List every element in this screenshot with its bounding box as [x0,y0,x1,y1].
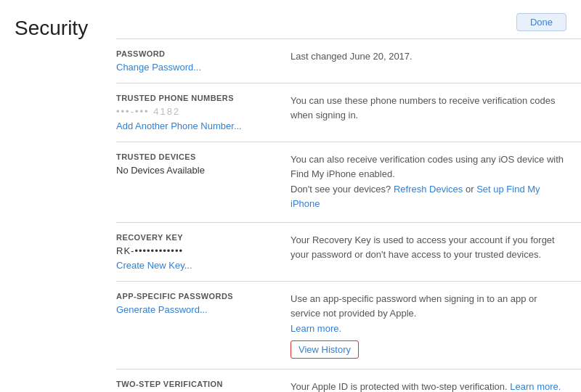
recovery-key-value: RK-•••••••••••• [116,245,276,256]
no-devices-value: No Devices Available [116,165,276,176]
page-title: Security [15,16,102,41]
two-step-description-text: Your Apple ID is protected with two-step… [290,381,510,392]
section-right-devices: You can also receive verification codes … [290,152,566,212]
section-left-recovery: RECOVERY KEY RK-•••••••••••• Create New … [116,233,290,271]
section-trusted-devices: TRUSTED DEVICES No Devices Available You… [116,142,581,222]
refresh-devices-link[interactable]: Refresh Devices [394,184,463,195]
generate-password-link[interactable]: Generate Password... [116,304,208,315]
section-recovery-key: RECOVERY KEY RK-•••••••••••• Create New … [116,222,581,281]
section-right-phone: You can use these phone numbers to recei… [290,94,566,131]
two-step-learn-more-link[interactable]: Learn more. [510,381,561,392]
two-step-label: TWO-STEP VERIFICATION [116,380,276,388]
section-left-app-specific: APP-SPECIFIC PASSWORDS Generate Password… [116,292,290,359]
recovery-key-label: RECOVERY KEY [116,233,276,242]
sidebar: Security [0,0,116,392]
section-right-app-specific: Use an app-specific password when signin… [290,292,566,359]
section-left-two-step: TWO-STEP VERIFICATION On [116,380,290,393]
app-specific-learn: Learn more. [290,322,566,336]
section-left-phone: TRUSTED PHONE NUMBERS •••-••• 4182 Add A… [116,94,290,131]
section-two-step: TWO-STEP VERIFICATION On Your Apple ID i… [116,369,581,393]
devices-description: You can also receive verification codes … [290,152,566,181]
section-left-password: PASSWORD Change Password... [116,49,290,73]
two-step-description: Your Apple ID is protected with two-step… [290,380,566,393]
section-trusted-phone: TRUSTED PHONE NUMBERS •••-••• 4182 Add A… [116,83,581,142]
blurred-phone: •••-••• 4182 [116,106,276,117]
recovery-key-description: Your Recovery Key is used to access your… [290,234,555,260]
create-new-key-link[interactable]: Create New Key... [116,260,192,271]
view-history-button[interactable]: View History [290,340,359,359]
content-area: Done PASSWORD Change Password... Last ch… [116,0,581,392]
devices-dont-see-text: Don't see your devices? [290,184,394,195]
password-description: Last changed June 20, 2017. [290,51,413,62]
change-password-link[interactable]: Change Password... [116,62,201,73]
devices-dont-see: Don't see your devices? Refresh Devices … [290,182,566,211]
done-btn-row: Done [116,13,581,31]
trusted-phone-label: TRUSTED PHONE NUMBERS [116,94,276,102]
section-left-devices: TRUSTED DEVICES No Devices Available [116,152,290,212]
devices-or-text: or [463,184,476,195]
app-specific-description: Use an app-specific password when signin… [290,292,566,320]
view-history-row: View History [290,338,566,359]
done-button[interactable]: Done [516,13,566,31]
section-app-specific: APP-SPECIFIC PASSWORDS Generate Password… [116,281,581,369]
section-right-two-step: Your Apple ID is protected with two-step… [290,380,566,393]
phone-description: You can use these phone numbers to recei… [290,95,555,121]
app-specific-label: APP-SPECIFIC PASSWORDS [116,292,276,301]
section-password: PASSWORD Change Password... Last changed… [116,38,581,83]
app-specific-learn-more-link[interactable]: Learn more. [290,323,341,334]
section-right-recovery: Your Recovery Key is used to access your… [290,233,566,271]
add-phone-link[interactable]: Add Another Phone Number... [116,121,242,131]
page: Security Done PASSWORD Change Password..… [0,0,581,392]
trusted-devices-label: TRUSTED DEVICES [116,152,276,161]
section-right-password: Last changed June 20, 2017. [290,49,566,73]
password-label: PASSWORD [116,49,276,58]
